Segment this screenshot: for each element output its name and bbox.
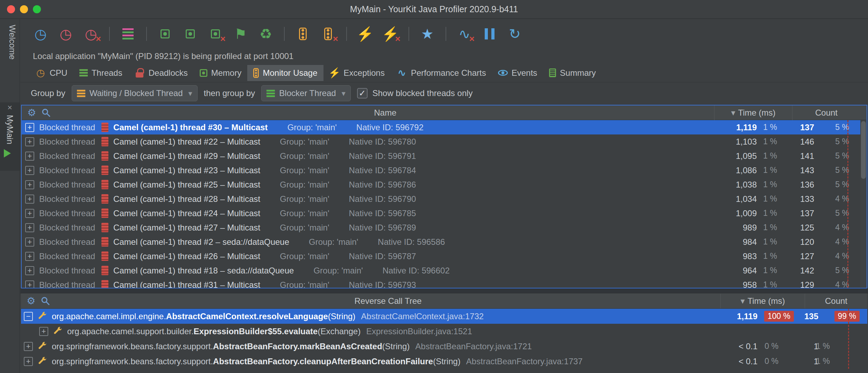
view-tab[interactable]: Events: [492, 65, 543, 81]
expand-icon[interactable]: [25, 209, 34, 218]
stop-cpu-profiling-icon[interactable]: ◷×: [83, 25, 99, 42]
view-tab[interactable]: Memory: [194, 65, 248, 81]
inspections-icon[interactable]: ★: [419, 25, 436, 42]
search-icon[interactable]: [42, 108, 51, 117]
then-group-by-dropdown[interactable]: Blocker Thread: [261, 85, 350, 101]
scrollbar-thumb[interactable]: [861, 121, 866, 179]
call-tree-row[interactable]: org.apache.camel.support.builder.Express…: [21, 324, 867, 339]
pause-updates-icon[interactable]: [481, 25, 498, 42]
expand-icon[interactable]: [25, 195, 34, 204]
tab-label: Exceptions: [344, 68, 385, 78]
column-header-name[interactable]: Name: [56, 108, 714, 118]
table-settings-gear-icon[interactable]: ⚙: [27, 296, 35, 306]
view-tab[interactable]: Threads: [73, 65, 128, 81]
thread-row[interactable]: Blocked thread Camel (camel-1) thread #2…: [22, 206, 867, 220]
view-tab[interactable]: Deadlocks: [128, 65, 194, 81]
thread-row[interactable]: Blocked thread Camel (camel-1) thread #2…: [22, 134, 867, 149]
expand-icon[interactable]: [24, 357, 33, 366]
view-tab[interactable]: Monitor Usage: [247, 65, 323, 81]
call-tree-row[interactable]: org.springframework.beans.factory.suppor…: [21, 339, 867, 354]
view-tab[interactable]: Exceptions: [323, 65, 391, 81]
count-percent-cell: 99 %: [822, 311, 867, 322]
expand-icon[interactable]: [24, 312, 33, 321]
thread-row[interactable]: Blocked thread Camel (camel-1) thread #2…: [22, 177, 867, 192]
close-session-icon[interactable]: ×: [7, 102, 12, 113]
table-settings-gear-icon[interactable]: ⚙: [27, 108, 36, 118]
thread-row[interactable]: Blocked thread Camel (camel-1) thread #3…: [22, 120, 867, 134]
expand-icon[interactable]: [25, 152, 34, 161]
panel-splitter[interactable]: [20, 288, 868, 293]
search-icon[interactable]: [41, 297, 50, 306]
start-monitor-profiling-icon[interactable]: [294, 25, 311, 42]
view-tab[interactable]: Performance Charts: [391, 65, 492, 81]
time-value: 1,009: [715, 209, 757, 218]
stop-x-overlay-icon: ×: [96, 34, 101, 43]
stop-exception-profiling-icon[interactable]: ⚡×: [382, 25, 399, 42]
close-window-button[interactable]: [7, 5, 15, 13]
toolbar-separator: [408, 27, 409, 41]
time-value: 964: [715, 266, 757, 276]
start-allocation-recording-icon[interactable]: [182, 25, 199, 42]
thread-row[interactable]: Blocked thread Camel (camel-1) thread #2…: [22, 163, 867, 177]
method-wrench-icon: [52, 326, 63, 337]
stop-allocation-recording-icon[interactable]: ×: [207, 25, 224, 42]
count-value: 142: [792, 266, 819, 276]
expand-icon[interactable]: [24, 342, 33, 351]
expand-icon[interactable]: [25, 166, 34, 175]
capture-memory-snapshot-icon[interactable]: [157, 25, 173, 42]
refresh-icon[interactable]: ↻: [506, 25, 523, 42]
expand-icon[interactable]: [25, 123, 34, 132]
column-header-count[interactable]: Count: [805, 296, 867, 306]
thread-row[interactable]: Blocked thread Camel (camel-1) thread #2…: [22, 192, 867, 206]
show-blocked-checkbox[interactable]: [357, 88, 368, 98]
call-tree-row[interactable]: org.springframework.beans.factory.suppor…: [21, 354, 867, 369]
start-cpu-sampling-icon[interactable]: ◷: [32, 25, 49, 42]
thread-row[interactable]: Blocked thread Camel (camel-1) thread #3…: [22, 278, 867, 288]
column-header-count[interactable]: Count: [792, 108, 860, 118]
call-tree-rows: org.apache.camel.impl.engine.AbstractCam…: [21, 309, 867, 369]
view-tab[interactable]: Summary: [543, 65, 602, 81]
expand-icon[interactable]: [25, 237, 34, 247]
time-value: 1,038: [715, 180, 757, 190]
count-percent: 1 %: [816, 357, 830, 366]
minimize-window-button[interactable]: [20, 5, 28, 13]
force-gc-icon[interactable]: ♻: [257, 25, 274, 42]
stop-monitor-profiling-icon[interactable]: ×: [320, 25, 336, 42]
count-value: 127: [792, 251, 819, 261]
expand-icon[interactable]: [25, 266, 34, 275]
expand-icon[interactable]: [39, 327, 48, 336]
expand-icon[interactable]: [25, 180, 34, 189]
view-tab[interactable]: CPU: [29, 65, 73, 81]
thread-states-icon[interactable]: [120, 25, 136, 42]
count-percent: 4 %: [819, 223, 867, 232]
thread-row[interactable]: Blocked thread Camel (camel-1) thread #1…: [22, 263, 867, 278]
expand-icon[interactable]: [25, 137, 34, 146]
trigger-flag-icon[interactable]: ⚑: [232, 25, 249, 42]
expand-icon[interactable]: [25, 223, 34, 232]
call-tree-row[interactable]: org.apache.camel.impl.engine.AbstractCam…: [21, 309, 867, 324]
vertical-scrollbar[interactable]: [860, 120, 867, 288]
start-exception-profiling-icon[interactable]: ⚡: [357, 25, 373, 42]
expand-icon[interactable]: [25, 252, 34, 261]
stop-x-overlay-icon: ×: [469, 34, 475, 43]
column-header-time[interactable]: Time (ms): [714, 108, 792, 118]
expand-icon[interactable]: [25, 280, 34, 288]
count-percent: 5 %: [819, 209, 867, 218]
thread-state-label: Blocked thread: [39, 137, 95, 147]
titlebar: MyMain - YourKit Java Profiler 2020.9-b4…: [0, 0, 868, 19]
thread-row[interactable]: Blocked thread Camel (camel-1) thread #2…: [22, 249, 867, 263]
thread-row[interactable]: Blocked thread Camel (camel-1) thread #2…: [22, 235, 867, 249]
blocked-thread-icon: [101, 123, 108, 132]
column-header-time[interactable]: Time (ms): [721, 296, 805, 306]
thread-name: Camel (camel-1) thread #31 – Multicast: [113, 280, 260, 288]
start-cpu-tracing-icon[interactable]: ◷: [57, 25, 74, 42]
time-percent-cell: 0 %: [757, 357, 799, 366]
maximize-window-button[interactable]: [33, 5, 41, 13]
group-by-dropdown[interactable]: Waiting / Blocked Thread: [72, 85, 198, 101]
thread-row[interactable]: Blocked thread Camel (camel-1) thread #2…: [22, 220, 867, 235]
count-percent-cell: 1 %: [822, 357, 867, 366]
stop-telemetry-icon[interactable]: ∿×: [456, 25, 473, 42]
thread-row[interactable]: Blocked thread Camel (camel-1) thread #2…: [22, 149, 867, 163]
sidebar-tab-welcome[interactable]: Welcome: [2, 25, 17, 60]
sidebar-tab-mymain[interactable]: × MyMain: [0, 102, 20, 171]
